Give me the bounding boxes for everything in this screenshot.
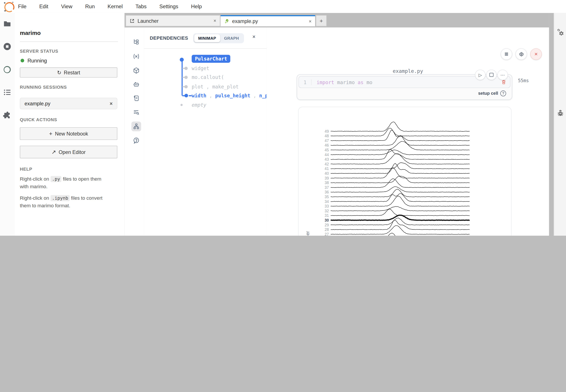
- svg-text:31: 31: [325, 213, 329, 218]
- dep-row-empty[interactable]: empty: [192, 102, 206, 108]
- variables-icon[interactable]: [131, 52, 141, 61]
- help-bubble-icon[interactable]: [131, 136, 141, 145]
- right-activity-bar: [554, 13, 566, 236]
- file-tree-icon[interactable]: [131, 37, 141, 47]
- tree-node-selected: [180, 57, 184, 61]
- external-link-icon: ↗: [52, 149, 56, 155]
- setup-help-icon[interactable]: ?: [500, 90, 506, 96]
- menu-bar: File Edit View Run Kernel Tabs Settings …: [0, 0, 566, 14]
- new-tab-button[interactable]: +: [316, 15, 327, 27]
- delete-cell-icon[interactable]: [501, 79, 506, 85]
- cell-more-button[interactable]: ⋯: [497, 70, 508, 80]
- toggle-minimap[interactable]: MINIMAP: [194, 34, 220, 42]
- help-paragraph-1: Right-click on .py files to open them wi…: [20, 175, 119, 190]
- close-panel-icon[interactable]: ×: [253, 34, 256, 40]
- plus-icon: +: [49, 130, 53, 137]
- dependencies-title: DEPENDENCIES: [150, 35, 188, 41]
- menu-file[interactable]: File: [18, 0, 27, 13]
- file-browser-icon[interactable]: [3, 19, 12, 28]
- restart-icon: ↻: [57, 70, 61, 75]
- session-item[interactable]: example.py ×: [20, 98, 117, 109]
- cell-footer: setup cell ?: [299, 88, 510, 98]
- tab-launcher[interactable]: Launcher ×: [126, 15, 220, 27]
- svg-text:38: 38: [325, 181, 329, 185]
- help-heading: HELP: [20, 167, 32, 171]
- cell-runtime: 55ms: [518, 78, 529, 83]
- svg-text:43: 43: [325, 157, 329, 162]
- scratchpad-search-icon[interactable]: [131, 108, 141, 117]
- toggle-graph[interactable]: GRAPH: [220, 34, 243, 42]
- svg-text:42: 42: [325, 162, 329, 166]
- menu-tabs[interactable]: Tabs: [135, 0, 147, 13]
- svg-text:28: 28: [325, 227, 329, 232]
- debugger-bug-icon[interactable]: [557, 110, 564, 117]
- menu-view[interactable]: View: [61, 0, 73, 13]
- setup-cell-label: setup cell: [478, 91, 498, 96]
- menu-edit[interactable]: Edit: [39, 0, 48, 13]
- dock-content: DEPENDENCIES MINIMAP GRAPH ×: [125, 27, 549, 236]
- svg-text:47: 47: [325, 139, 329, 143]
- dependencies-panel: DEPENDENCIES MINIMAP GRAPH ×: [144, 27, 267, 236]
- minimap-graph-toggle: MINIMAP GRAPH: [193, 33, 244, 43]
- close-tab-icon[interactable]: ×: [214, 18, 216, 23]
- svg-text:44: 44: [325, 153, 329, 157]
- restart-server-button[interactable]: ↻ Restart: [20, 68, 117, 78]
- marimo-leaf-icon: [224, 19, 229, 24]
- dep-row-pulsarchart[interactable]: PulsarChart: [192, 55, 230, 63]
- server-status-heading: SERVER STATUS: [20, 49, 58, 54]
- menu-help[interactable]: Help: [191, 0, 202, 13]
- dependencies-panel-icon[interactable]: [131, 122, 141, 131]
- py-extension-chip: .py: [51, 176, 62, 182]
- logs-icon[interactable]: [131, 93, 141, 103]
- menu-kernel[interactable]: Kernel: [108, 0, 123, 13]
- cell-code[interactable]: import marimo as mo: [317, 79, 372, 85]
- dep-row-widget[interactable]: widget: [192, 65, 209, 71]
- dep-row-width[interactable]: width , pulse_height , n_poi: [192, 93, 274, 98]
- ai-assistant-icon[interactable]: [131, 80, 141, 90]
- svg-text:49: 49: [325, 129, 329, 134]
- tab-example-py[interactable]: example.py ×: [221, 15, 315, 27]
- extensions-icon[interactable]: [3, 112, 12, 120]
- chart-output-card: 0123456789101112131415161718192021222324…: [298, 107, 511, 236]
- scrollbar-track[interactable]: [549, 13, 554, 236]
- dependencies-header: DEPENDENCIES MINIMAP GRAPH ×: [144, 27, 267, 49]
- svg-text:32: 32: [325, 209, 329, 213]
- property-inspector-icon[interactable]: [556, 28, 565, 36]
- run-cell-button[interactable]: ▷: [475, 70, 486, 80]
- svg-text:39: 39: [325, 176, 329, 180]
- svg-text:34: 34: [325, 199, 329, 204]
- menu-settings[interactable]: Settings: [159, 0, 178, 13]
- svg-text:41: 41: [325, 167, 329, 171]
- menu-run[interactable]: Run: [85, 0, 95, 13]
- app-logo-icon[interactable]: [4, 1, 15, 12]
- stop-cell-button[interactable]: [486, 70, 497, 80]
- shutdown-button[interactable]: ×: [530, 48, 542, 60]
- help-paragraph-2: Right-click on .ipynb files to convert t…: [20, 195, 121, 210]
- running-kernels-icon[interactable]: [3, 42, 12, 51]
- notebook-area: × example.py 1 import marimo as mo: [267, 27, 549, 236]
- running-sessions-heading: RUNNING SESSIONS: [20, 85, 67, 90]
- jupyterlab-window: File Edit View Run Kernel Tabs Settings …: [0, 0, 566, 236]
- notebook-settings-button[interactable]: [515, 48, 527, 60]
- svg-text:36: 36: [325, 190, 329, 194]
- notebook-menu-button[interactable]: [501, 48, 512, 60]
- panel-icon-strip: [129, 27, 144, 236]
- packages-icon[interactable]: [131, 66, 141, 75]
- line-number: 1: [299, 79, 312, 85]
- svg-text:45: 45: [325, 148, 329, 152]
- pulsar-chart: 0123456789101112131415161718192021222324…: [299, 107, 511, 236]
- svg-text:35: 35: [325, 195, 329, 199]
- close-tab-icon[interactable]: ×: [309, 19, 312, 24]
- table-of-contents-icon[interactable]: [3, 88, 12, 97]
- close-session-icon[interactable]: ×: [110, 101, 113, 106]
- svg-text:29: 29: [325, 223, 329, 227]
- marimo-sidebar-icon[interactable]: [3, 65, 12, 74]
- status-dot: [21, 59, 24, 62]
- quick-actions-heading: QUICK ACTIONS: [20, 117, 57, 122]
- new-notebook-button[interactable]: + New Notebook: [20, 127, 117, 140]
- launcher-icon: [130, 18, 134, 23]
- dep-row-callout[interactable]: mo.callout(: [192, 74, 224, 80]
- open-editor-button[interactable]: ↗ Open Editor: [20, 146, 117, 158]
- left-activity-bar: [0, 13, 15, 236]
- dep-row-plot[interactable]: plot , make_plot: [192, 84, 238, 90]
